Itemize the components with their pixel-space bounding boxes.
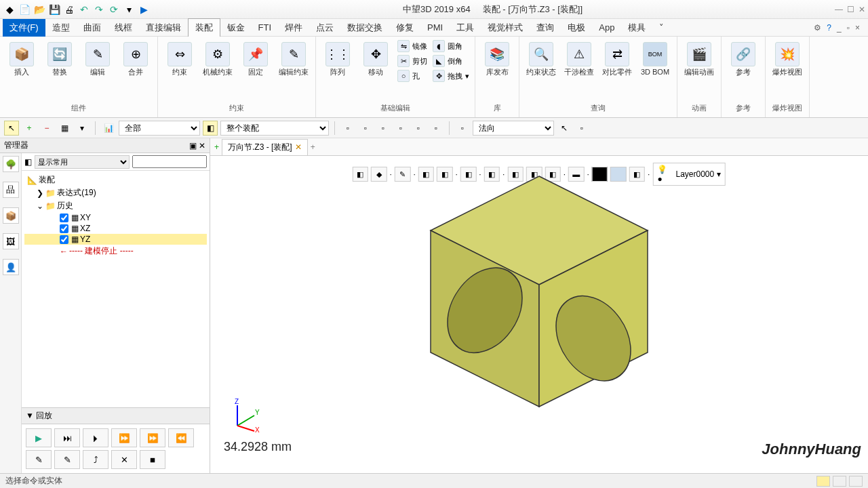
pattern-button[interactable]: ⋮⋮阵列 [320, 39, 355, 77]
tree-root[interactable]: 📐 装配 [24, 174, 207, 186]
filter2-select[interactable]: 整个装配 [220, 121, 329, 136]
tree-plane-xz[interactable]: ▦ XZ [24, 223, 207, 234]
tab-visual[interactable]: 视觉样式 [481, 19, 530, 37]
mdi-restore-icon[interactable]: ▫ [847, 23, 850, 33]
tb5[interactable]: ▫ [411, 121, 426, 136]
image-tab-icon[interactable]: 🖼 [3, 233, 19, 249]
tab-query[interactable]: 查询 [530, 19, 561, 37]
rewind-button[interactable]: ⏪ [168, 428, 194, 447]
edit-constraint-button[interactable]: ✎编辑约束 [276, 39, 311, 77]
select-icon[interactable]: ↖ [4, 121, 19, 136]
tab-pointcloud[interactable]: 点云 [309, 19, 340, 37]
add-tab-icon[interactable]: + [214, 142, 219, 152]
refresh-icon[interactable]: ⟳ [107, 3, 121, 16]
delete-button[interactable]: ✕ [111, 450, 137, 469]
tb1[interactable]: ▫ [340, 121, 355, 136]
merge-button[interactable]: ⊕合并 [118, 39, 153, 77]
seek-button[interactable]: ⏩ [111, 428, 137, 447]
tab-close-icon[interactable]: ✕ [295, 142, 302, 152]
next-button[interactable]: ⏭ [54, 428, 80, 447]
cube-icon[interactable]: ◧ [203, 121, 218, 136]
ff-button[interactable]: ⏩ [140, 428, 165, 447]
edit-button[interactable]: ✎编辑 [80, 39, 115, 77]
redo-icon[interactable]: ↷ [92, 3, 106, 16]
chart-icon[interactable]: 📊 [101, 121, 116, 136]
filter3-select[interactable]: 法向 [473, 121, 554, 136]
remove-icon[interactable]: − [39, 121, 54, 136]
mdi-minimize-icon[interactable]: _ [837, 23, 842, 33]
rb1[interactable]: ✎ [26, 450, 52, 469]
tab-tools[interactable]: 工具 [450, 19, 481, 37]
chevron-down-icon[interactable]: ˅ [652, 20, 671, 35]
tree-plane-xy[interactable]: ▦ XY [24, 212, 207, 223]
hole-button[interactable]: ○孔 [396, 69, 429, 83]
tab-assembly[interactable]: 装配 [188, 18, 220, 37]
panel-close-icon[interactable]: ✕ [199, 141, 205, 150]
dropdown-icon[interactable]: ▾ [122, 3, 136, 16]
constraint-state-button[interactable]: 🔍约束状态 [524, 39, 559, 77]
vb2[interactable]: ◆ [371, 167, 387, 182]
tab-sheetmetal[interactable]: 钣金 [220, 19, 252, 37]
grid-icon[interactable]: ▦ [57, 121, 72, 136]
tree-expressions[interactable]: ❯ 📁 表达式(19) [24, 186, 207, 199]
view-tab-icon[interactable]: 📦 [3, 207, 19, 224]
vb1[interactable]: ◧ [353, 167, 368, 182]
minimize-icon[interactable]: — [835, 5, 843, 14]
tab-file[interactable]: 文件(F) [3, 19, 45, 37]
constraint-button[interactable]: ⇔约束 [162, 39, 197, 77]
drag-button[interactable]: ✥拖拽 ▾ [431, 69, 471, 83]
add-icon[interactable]: + [22, 121, 37, 136]
step-button[interactable]: ⏵ [83, 428, 108, 447]
help-icon[interactable]: ? [827, 23, 831, 33]
model-3d[interactable] [397, 149, 682, 434]
tb6[interactable]: ▫ [429, 121, 443, 136]
edit-anim-button[interactable]: 🎬编辑动画 [682, 39, 717, 77]
rb2[interactable]: ✎ [54, 450, 80, 469]
tab-exchange[interactable]: 数据交换 [340, 19, 389, 37]
interference-button[interactable]: ⚠干涉检查 [561, 39, 597, 77]
tree-tab-icon[interactable]: 🌳 [3, 156, 19, 172]
save-icon[interactable]: 💾 [47, 3, 61, 16]
chamfer-button[interactable]: ◣倒角 [431, 54, 471, 68]
viewport[interactable]: + 万向节.Z3 - [装配] ✕ + ◧ ◆· ✎· ◧ ◧· ◧· ◧· ◧… [210, 138, 868, 473]
insert-button[interactable]: 📦插入 [4, 39, 39, 77]
close-icon[interactable]: ✕ [859, 5, 865, 14]
open-icon[interactable]: 📂 [33, 3, 46, 16]
tab-repair[interactable]: 修复 [389, 19, 420, 37]
print-icon[interactable]: 🖨 [62, 3, 76, 16]
rb3[interactable]: ⤴ [83, 450, 108, 469]
move-button[interactable]: ✥移动 [358, 39, 393, 77]
sb1[interactable] [816, 476, 830, 487]
tab-shape[interactable]: 造型 [45, 19, 77, 37]
mdi-close-icon[interactable]: × [855, 23, 860, 33]
tb2[interactable]: ▫ [358, 121, 373, 136]
bom-button[interactable]: BOM3D BOM [637, 39, 673, 77]
tb4[interactable]: ▫ [393, 121, 408, 136]
tree-history[interactable]: ⌄ 📁 历史 [24, 199, 207, 212]
tb8[interactable]: ↖ [557, 121, 572, 136]
tab-directedit[interactable]: 直接编辑 [139, 19, 188, 37]
cut-button[interactable]: ✂剪切 [396, 54, 429, 68]
play-icon[interactable]: ▶ [137, 3, 151, 16]
tab-fti[interactable]: FTI [252, 20, 279, 35]
tab-surface[interactable]: 曲面 [77, 19, 108, 37]
undo-icon[interactable]: ↶ [77, 3, 91, 16]
doc-tab[interactable]: 万向节.Z3 - [装配] ✕ [222, 139, 308, 155]
tab-weld[interactable]: 焊件 [278, 19, 309, 37]
cube-icon[interactable]: ◧ [24, 157, 32, 167]
tab-mold[interactable]: 模具 [621, 19, 652, 37]
feature-tree[interactable]: 📐 装配 ❯ 📁 表达式(19) ⌄ 📁 历史 ▦ XY ▦ XZ ▦ YZ ←… [22, 171, 210, 407]
mech-constraint-button[interactable]: ⚙机械约束 [200, 39, 235, 77]
add-tab-icon[interactable]: + [311, 142, 315, 152]
tb3[interactable]: ▫ [376, 121, 391, 136]
replace-button[interactable]: 🔄替换 [42, 39, 77, 77]
fix-button[interactable]: 📌固定 [238, 39, 273, 77]
filter-icon[interactable]: ▾ [75, 121, 90, 136]
sb2[interactable] [833, 476, 846, 487]
tab-wireframe[interactable]: 线框 [108, 19, 139, 37]
publish-button[interactable]: 📚库发布 [479, 39, 515, 77]
stop-button[interactable]: ■ [140, 450, 165, 469]
tab-electrode[interactable]: 电极 [561, 19, 592, 37]
explode-button[interactable]: 💥爆炸视图 [770, 39, 805, 77]
reference-button[interactable]: 🔗参考 [726, 39, 761, 77]
